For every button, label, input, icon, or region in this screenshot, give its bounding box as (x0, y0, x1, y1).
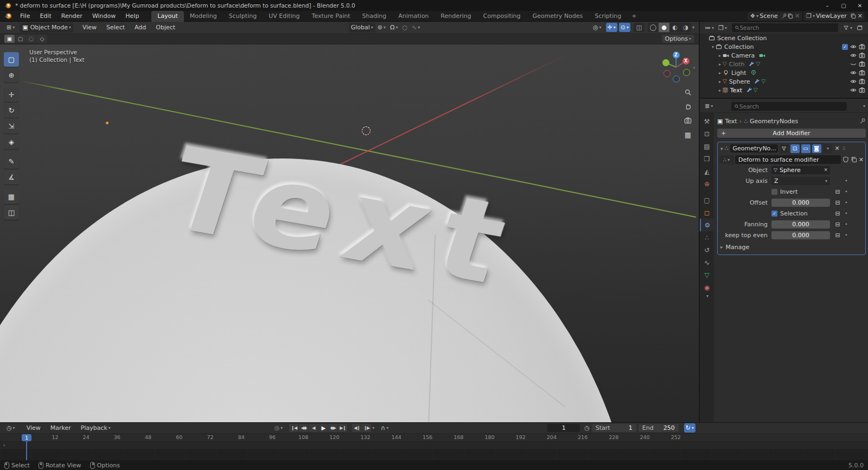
playback-play-button[interactable]: ▶ (318, 424, 328, 432)
select-mode-extend[interactable]: ▢ (15, 35, 25, 43)
outliner-row-text[interactable]: ▸▽Text▽ (700, 86, 868, 94)
display-render-toggle[interactable]: ◙ (812, 144, 821, 153)
properties-tab-scene[interactable]: ◭ (700, 165, 714, 177)
delete-modifier-button[interactable]: ✕ (834, 145, 841, 152)
workspace-tab-scripting[interactable]: Scripting (589, 11, 627, 22)
tool-move[interactable]: ✛ (4, 87, 19, 102)
snap-toggle[interactable]: Ω ▾ (388, 23, 400, 33)
number-field-keep-top-even[interactable]: 0.000 (771, 231, 830, 239)
playback-jump-start-button[interactable]: ❙◀ (289, 424, 298, 432)
viewport-menu-select[interactable]: Select (101, 22, 130, 33)
editor-type-button[interactable]: ⊞ ▾ (4, 23, 17, 33)
tool-scale[interactable]: ⇲ (4, 119, 19, 134)
xray-toggle[interactable]: ◫ (634, 23, 644, 32)
shading-rendered-button[interactable]: ◑ (680, 23, 691, 32)
animate-decorator-dot[interactable]: • (843, 221, 850, 227)
properties-tab-object-data[interactable]: ▽ (700, 269, 714, 281)
outliner-row-collection[interactable]: ▾Collection✓ (700, 42, 868, 51)
properties-search-input[interactable] (739, 103, 844, 110)
outliner-row-scene-collection[interactable]: Scene Collection (700, 34, 868, 42)
vertex-group-filter-button[interactable] (780, 144, 789, 153)
navigation-gizmo[interactable]: ZX (660, 51, 692, 82)
properties-tab-physics[interactable]: ↺ (700, 244, 714, 256)
properties-options-caret[interactable]: ▾ (863, 104, 865, 109)
tool-mesh-extra[interactable]: ◫ (4, 205, 19, 220)
gizmo-axis-z[interactable]: Z (673, 52, 680, 59)
camera-view-icon[interactable] (681, 114, 694, 127)
animate-decorator-dot[interactable]: • (843, 232, 850, 238)
render-visibility-camera-icon[interactable] (859, 87, 865, 93)
playback-step-back-button[interactable]: ◀❙ (352, 424, 361, 432)
playhead-line[interactable] (26, 441, 27, 460)
expand-arrow[interactable]: ▸ (717, 53, 723, 58)
viewlayer-selector[interactable]: ❐ ▾ ViewLayer ✕ (804, 12, 865, 21)
properties-tab-modifiers[interactable]: ⚙ (700, 219, 714, 231)
checkbox-invert[interactable] (771, 189, 777, 195)
new-collection-button[interactable] (854, 23, 865, 33)
end-frame-field[interactable]: End 250 (639, 424, 679, 432)
viewport-canvas[interactable]: Text User Perspective (1) Collection | T… (0, 45, 699, 422)
render-visibility-camera-icon[interactable] (859, 69, 865, 76)
properties-tabs-overflow-caret[interactable]: ▾ (706, 294, 709, 298)
eye-open-icon[interactable] (850, 69, 857, 76)
playback-next-keyframe-button[interactable]: ◆▶ (328, 424, 337, 432)
animate-decorator-dot[interactable]: • (843, 200, 850, 205)
mode-dropdown[interactable]: ▣ Object Mode ▾ (20, 23, 73, 33)
tool-rotate[interactable]: ↻ (4, 103, 19, 118)
up-axis-dropdown[interactable]: Z▾ (771, 177, 830, 185)
eye-closed-icon[interactable] (850, 61, 857, 67)
workspace-tab-modeling[interactable]: Modeling (184, 11, 223, 22)
expand-arrow[interactable]: ▸ (717, 62, 723, 67)
options-button[interactable]: Options ▾ (662, 35, 694, 43)
copy-viewlayer-icon[interactable] (850, 13, 856, 19)
workspace-tab-layout[interactable]: Layout (151, 11, 183, 22)
gizmo-axis-z-neg[interactable] (673, 75, 680, 82)
blender-menu-icon[interactable] (3, 12, 13, 20)
workspace-tab-animation[interactable]: Animation (392, 11, 435, 22)
minimize-button[interactable]: – (819, 0, 835, 11)
timeline-menu-marker[interactable]: Marker (46, 423, 76, 434)
properties-tab-collection[interactable]: ▢ (700, 194, 714, 206)
pin-icon[interactable] (781, 13, 787, 19)
scene-selector[interactable]: ❖ ▾ Scene ✕ (748, 12, 802, 21)
remove-viewlayer-icon[interactable]: ✕ (858, 12, 863, 20)
input-socket-icon[interactable]: ⊟ (832, 188, 843, 195)
eye-open-icon[interactable] (850, 87, 857, 93)
timeline-menu-playback[interactable]: Playback▾ (76, 423, 116, 434)
workspace-tab-rendering[interactable]: Rendering (435, 11, 477, 22)
expand-arrow[interactable]: ▸ (717, 88, 723, 93)
node-group-name-field[interactable]: Deform to surface modifier (735, 155, 841, 164)
pivot-dropdown[interactable]: ⊚ ▾ (375, 23, 388, 33)
breadcrumb-data[interactable]: GeometryNodes (750, 118, 798, 125)
modifier-collapse-icon[interactable]: ▾ (720, 146, 723, 151)
properties-tab-object[interactable]: ◻ (700, 206, 714, 219)
outliner-display-mode[interactable]: ≔ ▾ (703, 23, 716, 33)
workspace-tab-sculpting[interactable]: Sculpting (223, 11, 263, 22)
display-editmode-toggle[interactable]: ▭ (801, 144, 810, 153)
viewport-3d[interactable]: ⊞ ▾ ▣ Object Mode ▾ ViewSelectAddObject … (0, 22, 699, 422)
properties-tab-material[interactable]: ◉ (700, 281, 714, 294)
add-modifier-button[interactable]: + Add Modifier (717, 129, 866, 138)
outliner-row-light[interactable]: ▸Light (700, 68, 868, 77)
node-group-browse-button[interactable]: ∴ ▾ (719, 155, 733, 164)
modifier-name-field[interactable]: GeometryNo... (730, 144, 778, 153)
gizmo-axis-y-neg[interactable] (683, 69, 690, 76)
shading-wireframe-button[interactable]: ◯ (648, 23, 659, 32)
exclude-checkbox[interactable]: ✓ (842, 44, 848, 50)
pin-icon[interactable] (859, 118, 866, 124)
playback-step-forward-button[interactable]: ❙▶ (362, 424, 371, 432)
select-mode-subtract[interactable]: ◌ (26, 35, 36, 43)
workspace-tab-uv-editing[interactable]: UV Editing (263, 11, 305, 22)
checkbox-field[interactable]: ✓Selection (771, 210, 830, 217)
expand-arrow[interactable]: ▸ (717, 71, 723, 75)
tool-annotate[interactable]: ✎ (4, 154, 19, 169)
properties-tab-view-layer[interactable]: ❐ (700, 153, 714, 165)
eye-open-icon[interactable] (850, 43, 857, 50)
animate-decorator-dot[interactable]: • (843, 178, 850, 183)
unlink-node-group-button[interactable]: ✕ (859, 156, 864, 163)
input-socket-icon[interactable]: ⊟ (832, 232, 843, 239)
current-frame-field[interactable]: 1 (547, 424, 580, 432)
outliner-row-cloth[interactable]: ▸▽Cloth▽ (700, 60, 868, 68)
gizmos-toggle[interactable]: ✛ ▾ (606, 23, 617, 32)
properties-editor-type[interactable]: ≣ ▾ (703, 101, 715, 111)
